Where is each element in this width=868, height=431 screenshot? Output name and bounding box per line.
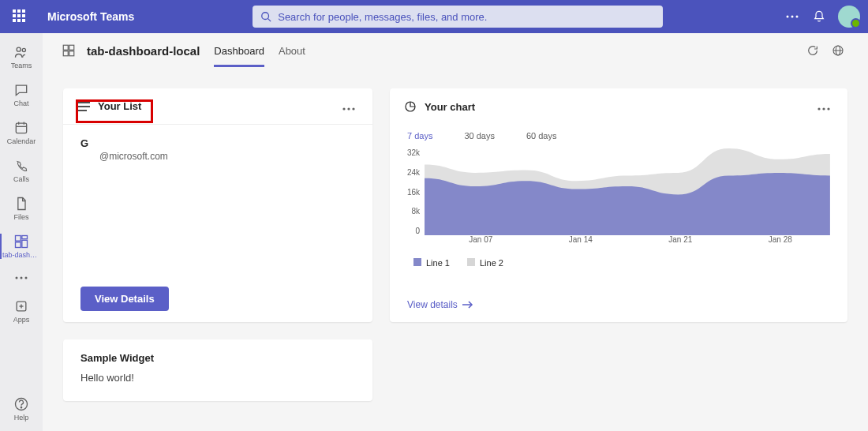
svg-rect-24 [69, 45, 74, 50]
svg-line-1 [268, 19, 271, 22]
globe-icon[interactable] [827, 39, 849, 62]
chart-card-header: Your chart [390, 88, 847, 125]
svg-point-35 [352, 107, 354, 110]
svg-point-15 [16, 277, 18, 279]
page-tabs: Dashboard About [214, 36, 305, 66]
search-input[interactable]: Search for people, messages, files, and … [253, 6, 663, 28]
svg-point-33 [342, 107, 345, 110]
chart-plot [425, 148, 830, 235]
app-tile-icon [62, 43, 76, 58]
chart-y-axis: 32k 24k 16k 8k 0 [407, 148, 425, 235]
more-icon[interactable] [781, 6, 803, 28]
svg-rect-12 [22, 236, 28, 239]
svg-rect-23 [63, 45, 68, 50]
page-title: tab-dashboard-local [87, 44, 200, 58]
svg-point-38 [822, 107, 825, 110]
arrow-right-icon [462, 301, 473, 309]
sample-widget-text: Hello world! [80, 372, 355, 384]
svg-rect-11 [16, 236, 21, 242]
chart-card-title: Your chart [425, 101, 475, 113]
rail-apps[interactable]: Apps [0, 292, 43, 330]
rail-teams[interactable]: Teams [0, 38, 43, 76]
page: tab-dashboard-local Dashboard About Your… [43, 33, 868, 431]
dashboard: Your List G @microsoft.com View Details … [43, 68, 868, 422]
range-60days[interactable]: 60 days [526, 131, 557, 141]
waffle-icon[interactable] [13, 9, 27, 24]
list-card-more[interactable] [339, 96, 358, 117]
search-icon [260, 11, 271, 22]
sample-widget-title: Sample Widget [80, 352, 355, 364]
chart-card: Your chart 7 days 30 days 60 days 32k 24… [390, 88, 847, 322]
rail-files[interactable]: Files [0, 189, 43, 227]
rail-calendar[interactable]: Calendar [0, 114, 43, 152]
rail-more[interactable] [0, 265, 43, 292]
list-card-header: Your List [63, 88, 372, 125]
svg-rect-25 [63, 51, 68, 56]
svg-point-6 [22, 48, 25, 51]
bell-icon[interactable] [808, 6, 830, 28]
chart-view-details-link[interactable]: View details [407, 299, 473, 310]
list-group-letter: G [80, 137, 355, 149]
list-body: G @microsoft.com [63, 125, 372, 275]
list-card-title: Your List [98, 100, 141, 112]
refresh-icon[interactable] [802, 39, 824, 62]
range-30days[interactable]: 30 days [464, 131, 495, 141]
svg-point-16 [21, 277, 23, 279]
svg-rect-13 [22, 240, 28, 247]
tab-dashboard[interactable]: Dashboard [214, 36, 264, 66]
tab-about[interactable]: About [279, 36, 305, 66]
range-7days[interactable]: 7 days [407, 131, 432, 141]
svg-point-2 [787, 16, 789, 18]
left-rail: Teams Chat Calendar Calls Files tab-dash… [0, 33, 43, 431]
svg-point-39 [827, 107, 829, 110]
rail-tab-dashboard[interactable]: tab-dashbo... [0, 227, 43, 265]
page-header: tab-dashboard-local Dashboard About [43, 33, 868, 68]
sample-widget-card: Sample Widget Hello world! [63, 339, 372, 401]
svg-point-5 [17, 47, 21, 51]
svg-point-3 [791, 16, 794, 18]
list-icon [77, 102, 90, 111]
svg-point-37 [817, 107, 820, 110]
rail-chat[interactable]: Chat [0, 76, 43, 114]
chart-x-axis: Jan 07 Jan 14 Jan 21 Jan 28 [431, 235, 830, 244]
svg-rect-7 [16, 123, 26, 133]
view-details-button[interactable]: View Details [80, 287, 169, 311]
list-card: Your List G @microsoft.com View Details [63, 88, 372, 322]
svg-point-34 [347, 107, 350, 110]
svg-point-4 [796, 16, 799, 18]
chart-range-tabs: 7 days 30 days 60 days [407, 131, 830, 141]
legend-line2: Line 2 [467, 258, 503, 268]
list-item-email: @microsoft.com [99, 151, 355, 162]
legend-line1: Line 1 [413, 258, 450, 268]
top-bar: Microsoft Teams Search for people, messa… [0, 0, 868, 33]
svg-point-22 [21, 407, 21, 408]
svg-rect-14 [16, 242, 21, 248]
chart-card-more[interactable] [814, 96, 833, 117]
rail-calls[interactable]: Calls [0, 152, 43, 189]
svg-point-0 [262, 13, 269, 20]
rail-help[interactable]: Help [0, 390, 43, 428]
pie-icon [404, 100, 417, 113]
svg-rect-26 [69, 51, 74, 56]
brand-title: Microsoft Teams [47, 10, 134, 23]
avatar[interactable] [838, 6, 860, 28]
svg-point-17 [25, 277, 28, 279]
search-placeholder: Search for people, messages, files, and … [278, 11, 487, 23]
chart-legend: Line 1 Line 2 [413, 258, 830, 268]
